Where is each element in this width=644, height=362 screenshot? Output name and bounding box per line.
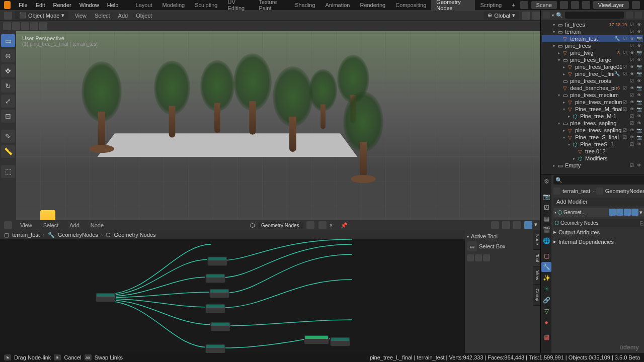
outliner-row[interactable]: ▸▽pine_trees_medium_1☑👁📷 <box>542 99 643 106</box>
ne-menu-view[interactable]: View <box>16 222 36 228</box>
visibility-toggle-icon[interactable]: 👁 <box>629 71 635 77</box>
render-toggle-icon[interactable]: 📷 <box>636 134 642 140</box>
outliner-item-name[interactable]: terrain <box>565 29 629 35</box>
filter-icon[interactable] <box>626 12 633 19</box>
annotate-tool[interactable]: ✎ <box>1 130 15 143</box>
duplicate-icon[interactable] <box>318 221 327 229</box>
viewport-menu-object[interactable]: Object <box>132 13 156 19</box>
disclosure-triangle-icon[interactable]: ▾ <box>553 30 558 34</box>
workspace-texture[interactable]: Texture Paint <box>254 0 290 11</box>
mode-dropdown[interactable]: ⬛ Object Mode ▾ <box>15 11 68 20</box>
menu-file[interactable]: File <box>15 2 32 8</box>
exclude-toggle-icon[interactable]: ☑ <box>622 71 628 77</box>
render-toggle-icon[interactable]: 📷 <box>636 71 642 77</box>
ne-menu-add[interactable]: Add <box>65 222 84 228</box>
workspace-uv[interactable]: UV Editing <box>222 0 254 11</box>
outliner-row[interactable]: ▾▽Pine_tree_S_final☑👁📷 <box>542 134 643 141</box>
exclude-toggle-icon[interactable]: ☑ <box>622 50 628 56</box>
visibility-toggle-icon[interactable]: 👁 <box>629 64 635 70</box>
outliner-item-name[interactable]: tree.012 <box>585 148 642 154</box>
exclude-toggle-icon[interactable]: ☑ <box>629 29 635 35</box>
outliner-item-name[interactable]: Modifiers <box>585 155 642 161</box>
editor-type-icon[interactable] <box>4 12 12 20</box>
exclude-toggle-icon[interactable]: ☑ <box>629 43 635 49</box>
select-mode2-icon[interactable] <box>39 22 47 30</box>
disclosure-triangle-icon[interactable]: ▾ <box>568 142 573 147</box>
outliner-row[interactable]: ▽terrain_test🔧☑👁📷 <box>542 35 643 42</box>
disclosure-triangle-icon[interactable]: ▸ <box>563 65 568 69</box>
workspace-sculpting[interactable]: Sculpting <box>190 2 222 8</box>
render-toggle-icon[interactable]: 📷 <box>636 99 642 105</box>
scale-tool[interactable]: ⤢ <box>1 95 15 108</box>
outliner-row[interactable]: ▾▭pine_trees_sapling☑👁 <box>542 120 643 127</box>
prop-tab-object[interactable]: ▢ <box>541 251 551 261</box>
rotate-tool[interactable]: ↻ <box>1 79 15 93</box>
node[interactable] <box>205 304 225 313</box>
modifier-header[interactable]: ▾ ⬡ Geomet... ▾ × ⋮ <box>553 208 644 217</box>
outliner-row[interactable]: ▾▭pine_trees_large☑👁 <box>542 56 643 63</box>
outliner-item-name[interactable]: dead_branches_pine <box>570 85 617 91</box>
pin-icon[interactable]: 📌 <box>341 222 348 229</box>
workspace-geonodes[interactable]: Geometry Nodes <box>431 0 475 11</box>
ne-overlay1-icon[interactable] <box>491 221 499 229</box>
exclude-toggle-icon[interactable]: ☑ <box>622 99 628 105</box>
outliner-row[interactable]: ▾⬡Pine_treeS_1☑👁 <box>542 141 643 148</box>
visibility-toggle-icon[interactable]: 👁 <box>629 99 635 105</box>
node[interactable] <box>205 274 225 283</box>
disclosure-triangle-icon[interactable]: ▾ <box>553 44 558 48</box>
prop-tab-constraints[interactable]: 🔗 <box>541 295 551 305</box>
mod-render-icon[interactable] <box>624 209 631 216</box>
prop-tab-data[interactable]: ▽ <box>541 306 551 316</box>
exclude-toggle-icon[interactable]: ☑ <box>622 106 628 112</box>
outliner-item-name[interactable]: pine_twig <box>570 50 617 56</box>
new-collection-icon[interactable] <box>635 12 642 19</box>
ne-tab-tool[interactable]: Tool <box>533 250 540 267</box>
node[interactable] <box>209 289 229 298</box>
duplicate-icon[interactable]: ⎘ <box>640 220 643 226</box>
exclude-toggle-icon[interactable]: ☑ <box>629 78 635 84</box>
menu-edit[interactable]: Edit <box>32 2 49 8</box>
exclude-toggle-icon[interactable]: ☑ <box>622 134 628 140</box>
snap-icon[interactable] <box>532 12 540 20</box>
ne-tab-view[interactable]: View <box>533 266 540 285</box>
nodegroup-name[interactable]: Geometry Nodes <box>560 220 639 226</box>
mod-cage-icon[interactable] <box>631 209 638 216</box>
fake-user-icon[interactable] <box>306 221 314 229</box>
prop-tab-render[interactable]: 📷 <box>541 192 551 202</box>
mod-realtime-icon[interactable] <box>616 209 623 216</box>
visibility-toggle-icon[interactable]: 👁 <box>636 43 642 49</box>
chevron-down-icon[interactable]: ▾ <box>639 209 642 216</box>
menu-window[interactable]: Window <box>75 2 103 8</box>
visibility-toggle-icon[interactable]: 👁 <box>636 29 642 35</box>
prop-tab-material[interactable]: ● <box>541 317 551 327</box>
outliner-item-name[interactable]: pine_trees_large01 <box>575 64 622 70</box>
outliner-item-name[interactable]: pine_trees <box>565 43 629 49</box>
disclosure-triangle-icon[interactable]: ▸ <box>553 163 558 168</box>
visibility-toggle-icon[interactable]: 👁 <box>636 162 642 168</box>
ne-tab-node[interactable]: Node <box>533 230 540 250</box>
node[interactable] <box>207 256 227 266</box>
disclosure-triangle-icon[interactable]: ▾ <box>563 135 568 140</box>
scene-name-field[interactable]: Scene <box>531 1 557 9</box>
workspace-layout[interactable]: Layout <box>131 2 157 8</box>
chevron-down-icon[interactable]: ▾ <box>552 13 554 18</box>
viewlayer-new-icon[interactable] <box>632 1 640 9</box>
breadcrumb-obj[interactable]: terrain_test <box>562 188 590 194</box>
prop-tab-texture[interactable]: ▩ <box>541 332 551 342</box>
active-tool-header[interactable]: ▾Active Tool <box>467 232 531 240</box>
exclude-toggle-icon[interactable]: ☑ <box>629 92 635 98</box>
prop-tab-scene[interactable]: 🎬 <box>541 225 551 235</box>
menu-render[interactable]: Render <box>49 2 75 8</box>
scene-pin-icon[interactable] <box>571 1 579 9</box>
visibility-toggle-icon[interactable]: 👁 <box>636 113 642 119</box>
render-toggle-icon[interactable]: 📷 <box>636 50 642 56</box>
node[interactable] <box>96 293 116 302</box>
add-modifier-dropdown[interactable]: Add Modifier▾ <box>553 198 644 206</box>
outliner-row[interactable]: ▸▽pine_tree_L_final🔧☑👁📷 <box>542 70 643 77</box>
outliner-row[interactable]: ▽tree.012 <box>542 148 643 155</box>
disclosure-triangle-icon[interactable]: ▾ <box>563 107 568 112</box>
select-all-icon[interactable] <box>3 22 11 30</box>
outliner-item-name[interactable]: Pine_tree_S_final <box>575 134 622 140</box>
node[interactable] <box>304 335 329 344</box>
menu-help[interactable]: Help <box>103 2 123 8</box>
